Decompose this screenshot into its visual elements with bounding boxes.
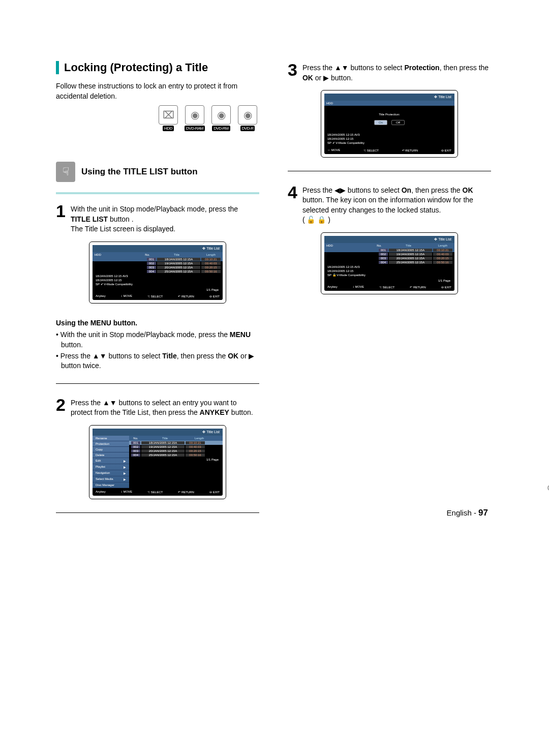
menu-item: Copy [93,447,129,452]
osd-meta: 18/JAN/2005 12:15 AV3 18/JAN/2005 12:15 … [324,264,454,278]
osd-table-header: HDD No. Title Length [93,252,223,257]
remote-finger-icon: ☟ [56,162,75,182]
step-2: 2 Press the ▲▼ buttons to select an entr… [56,396,259,418]
osd-title-list: ✤ Title List HDD No. Title Length 00118/… [89,241,226,304]
media-dvdr: ◉ DVD-R [236,105,259,131]
osd-hdd-label: HDD [95,253,140,256]
section-heading: Locking (Protecting) a Title [56,61,259,74]
osd-title-label: ✤ Title List [93,429,223,436]
osd-footer: Anykey ↕ MOVE ☜ SELECT ↶ RETURN ⊖ EXIT [93,292,223,300]
osd-protection-dialog: ✤ Title List HDD Title Protection: On Of… [321,90,458,157]
divider [288,171,491,171]
osd-meta: 18/JAN/2005 12:15 AV3 18/JAN/2005 12:15 … [93,274,223,287]
disc-icon: ◉ [211,105,231,125]
off-option: Off [391,120,405,125]
on-option: On [374,120,387,125]
disc-icon: ◉ [185,105,204,125]
step-3: 3 Press the ▲▼ buttons to select Protect… [288,61,491,83]
step-number: 1 [56,202,66,234]
step-number: 3 [288,61,297,83]
menu-item: Delete [93,452,129,458]
step-number: 2 [56,396,66,418]
table-row: 00118/JAN/2005 12:15A00:10:21 [129,441,223,445]
media-hdd: ⌧ HDD [157,105,180,131]
step-text: Press the ◀▶ buttons to select On, then … [302,184,491,225]
menu-item: Navigation▶ [93,470,129,476]
step-number: 4 [288,184,297,225]
table-row: 00425/JAN/2005 12:15A00:50:16 [93,269,223,274]
right-column: 3 Press the ▲▼ buttons to select Protect… [288,61,491,525]
table-row: 00320/JAN/2005 12:15A00:20:15 [93,265,223,269]
table-row: 00320/JAN/2005 12:15A00:20:15 [129,449,223,453]
step-text: Press the ▲▼ buttons to select Protectio… [302,61,491,83]
osd-page: 1/1 Page [324,278,454,283]
menu-item: Edit▶ [93,458,129,464]
menu-item: Select Media▶ [93,476,129,482]
media-label: DVD-RW [212,126,230,131]
osd-title-label: ✤ Title List [324,94,454,101]
subheading-text: Using the TITLE LIST button [81,167,198,177]
hdd-icon: ⌧ [159,105,178,125]
table-row: 00118/JAN/2005 12:15A00:10:21 [324,248,454,252]
protection-prompt: Title Protection: On Off [324,106,454,132]
table-row: 00425/JAN/2005 12:15A00:50:16 [129,453,223,457]
table-row: 00219/JAN/2005 12:15A00:40:03 [129,445,223,449]
step-text: With the unit in Stop mode/Playback mode… [71,202,259,234]
osd-table-header: HDD No. Title Length [324,243,454,248]
page-footer: English - 97 [447,508,488,518]
osd-title-label: ✤ Title List [93,245,223,252]
menu-bullet-1: • With the unit in Stop mode/Playback mo… [56,330,259,350]
table-row: 00425/JAN/2005 12:15A00:50:16 [324,260,454,264]
osd-context-menu: ✤ Title List Rename Protection Copy Dele… [89,425,226,499]
subheading-row: ☟ Using the TITLE LIST button [56,162,259,182]
menu-item: Disc Manager [93,482,129,488]
media-support-row: ⌧ HDD ◉ DVD-RAM ◉ DVD-RW ◉ DVD-R [56,105,259,131]
table-row: 00118/JAN/2005 12:15A00:10:21 [93,257,223,261]
step-4: 4 Press the ◀▶ buttons to select On, the… [288,184,491,225]
media-dvdram: ◉ DVD-RAM [183,105,206,131]
menu-bullet-2: • Press the ▲▼ buttons to select Title, … [56,351,259,371]
table-row: 00320/JAN/2005 12:15A00:20:15 [324,256,454,260]
intro-text: Follow these instructions to lock an ent… [56,81,259,101]
step-1: 1 With the unit in Stop mode/Playback mo… [56,202,259,234]
using-menu-heading: Using the MENU button. [56,319,259,327]
lock-icons: ( 🔓 🔒 ) [302,216,330,224]
osd-footer: Anykey ↕ MOVE ☜ SELECT ↶ RETURN ⊖ EXIT [93,488,223,496]
osd-title-label: ✤ Title List [324,236,454,243]
left-column: Locking (Protecting) a Title Follow thes… [56,61,259,525]
chapter-tab: Editing [547,447,549,493]
divider [56,383,259,384]
divider [56,512,259,513]
context-menu: Rename Protection Copy Delete Edit▶ Play… [93,436,129,488]
table-row: 00219/JAN/2005 12:15A00:40:03 [324,252,454,256]
menu-item: Rename [93,436,129,441]
menu-item: Playlist▶ [93,464,129,470]
osd-page: 1/1 Page [93,287,223,292]
media-dvdrw: ◉ DVD-RW [209,105,233,131]
table-row: 00219/JAN/2005 12:15A00:40:03 [93,261,223,265]
media-label: DVD-RAM [185,126,205,131]
step-text: Press the ▲▼ buttons to select an entry … [71,396,259,418]
osd-title-list-locked: ✤ Title List HDD No. Title Length 00118/… [321,232,458,294]
menu-item: Protection [93,441,129,447]
osd-footer: Anykey ↕ MOVE ☜ SELECT ↶ RETURN ⊖ EXIT [324,283,454,291]
disc-icon: ◉ [238,105,257,125]
osd-footer: ↔ MOVE ☜ SELECT ↶ RETURN ⊖ EXIT [324,146,454,154]
divider-bar [56,192,259,194]
media-label: HDD [163,126,174,131]
media-label: DVD-R [240,126,255,131]
osd-meta: 18/JAN/2005 12:15 AV3 18/JAN/2005 12:15 … [324,132,454,146]
on-off-group: On Off [374,120,405,125]
